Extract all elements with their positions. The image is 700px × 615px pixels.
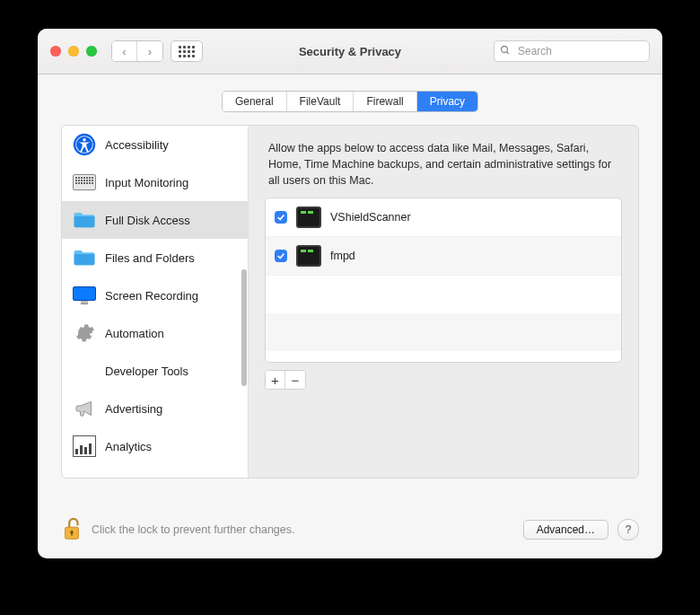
show-all-button[interactable] xyxy=(171,40,203,62)
plus-icon: + xyxy=(271,373,279,387)
svg-line-1 xyxy=(507,52,510,55)
permission-description: Allow the apps below to access data like… xyxy=(265,136,622,198)
remove-button[interactable]: − xyxy=(285,371,305,389)
app-name: VShieldScanner xyxy=(330,211,411,224)
chart-icon xyxy=(73,435,96,458)
minimize-icon[interactable] xyxy=(68,46,79,57)
add-button[interactable]: + xyxy=(266,371,285,389)
sidebar-item-label: Screen Recording xyxy=(105,289,198,303)
sidebar-item-input-monitoring[interactable]: Input Monitoring xyxy=(62,163,248,201)
search-input[interactable] xyxy=(516,44,643,58)
terminal-icon xyxy=(296,245,321,267)
folder-icon xyxy=(73,208,96,232)
sidebar-item-label: Full Disk Access xyxy=(105,214,190,227)
svg-rect-8 xyxy=(71,532,72,536)
advanced-button[interactable]: Advanced… xyxy=(523,520,608,540)
search-field[interactable] xyxy=(494,40,650,62)
app-row-empty xyxy=(266,313,621,351)
tab-general[interactable]: General xyxy=(223,92,287,111)
megaphone-icon xyxy=(73,397,96,420)
app-row-empty xyxy=(266,276,621,313)
add-remove-buttons: + − xyxy=(265,370,306,390)
blank-icon xyxy=(73,359,96,382)
lock-area[interactable]: Click the lock to prevent further change… xyxy=(61,517,295,542)
scrollbar-thumb[interactable] xyxy=(241,269,247,386)
tab-bar: General FileVault Firewall Privacy xyxy=(38,75,662,112)
tab-privacy[interactable]: Privacy xyxy=(417,92,477,111)
nav-buttons: ‹ › xyxy=(111,40,163,62)
detail-pane: Allow the apps below to access data like… xyxy=(249,126,638,478)
preferences-window: ‹ › Security & Privacy General xyxy=(38,29,662,558)
sidebar-item-label: Developer Tools xyxy=(105,365,188,378)
privacy-sidebar[interactable]: Accessibility Input Monitoring Full Disk… xyxy=(62,126,249,478)
sidebar-item-analytics[interactable]: Analytics xyxy=(62,427,248,465)
chevron-right-icon: › xyxy=(148,46,152,57)
tab-firewall[interactable]: Firewall xyxy=(354,92,416,111)
tab-segmented-control: General FileVault Firewall Privacy xyxy=(222,91,478,112)
titlebar: ‹ › Security & Privacy xyxy=(38,29,662,75)
app-name: fmpd xyxy=(330,250,355,262)
chevron-left-icon: ‹ xyxy=(122,46,126,57)
gear-icon xyxy=(73,321,96,345)
back-button[interactable]: ‹ xyxy=(112,41,137,61)
sidebar-item-automation[interactable]: Automation xyxy=(62,314,248,352)
sidebar-item-developer-tools[interactable]: Developer Tools xyxy=(62,352,248,390)
sidebar-item-screen-recording[interactable]: Screen Recording xyxy=(62,277,248,314)
display-icon xyxy=(73,284,96,307)
svg-point-0 xyxy=(502,47,508,53)
forward-button[interactable]: › xyxy=(137,41,162,61)
sidebar-item-label: Files and Folders xyxy=(105,251,195,265)
lock-icon xyxy=(61,517,83,542)
sidebar-item-label: Analytics xyxy=(105,440,152,453)
sidebar-item-label: Input Monitoring xyxy=(105,176,188,189)
terminal-icon xyxy=(296,206,321,228)
app-row[interactable]: VShieldScanner xyxy=(266,198,621,237)
sidebar-item-files-and-folders[interactable]: Files and Folders xyxy=(62,239,248,277)
zoom-icon[interactable] xyxy=(86,46,97,57)
sidebar-item-label: Advertising xyxy=(105,402,162,416)
folder-icon xyxy=(73,246,96,269)
sidebar-item-accessibility[interactable]: Accessibility xyxy=(62,126,248,163)
checkbox[interactable] xyxy=(275,250,287,262)
sidebar-item-advertising[interactable]: Advertising xyxy=(62,390,248,427)
help-button[interactable]: ? xyxy=(617,519,639,540)
svg-point-5 xyxy=(83,138,86,142)
footer: Click the lock to prevent further change… xyxy=(38,501,662,558)
sidebar-item-full-disk-access[interactable]: Full Disk Access xyxy=(62,201,248,239)
checkbox[interactable] xyxy=(275,211,287,224)
keyboard-icon xyxy=(73,171,96,194)
app-list[interactable]: VShieldScanner fmpd xyxy=(265,198,622,363)
tab-filevault[interactable]: FileVault xyxy=(287,92,354,111)
privacy-panel: Accessibility Input Monitoring Full Disk… xyxy=(61,125,639,479)
sidebar-item-label: Accessibility xyxy=(105,138,169,152)
minus-icon: − xyxy=(292,373,300,387)
grid-icon xyxy=(179,46,195,57)
accessibility-icon xyxy=(73,133,96,156)
sidebar-item-label: Automation xyxy=(105,327,164,340)
lock-text: Click the lock to prevent further change… xyxy=(92,523,295,536)
search-icon xyxy=(500,45,511,57)
app-row[interactable]: fmpd xyxy=(266,237,621,276)
close-icon[interactable] xyxy=(50,46,61,57)
window-controls xyxy=(50,46,97,57)
